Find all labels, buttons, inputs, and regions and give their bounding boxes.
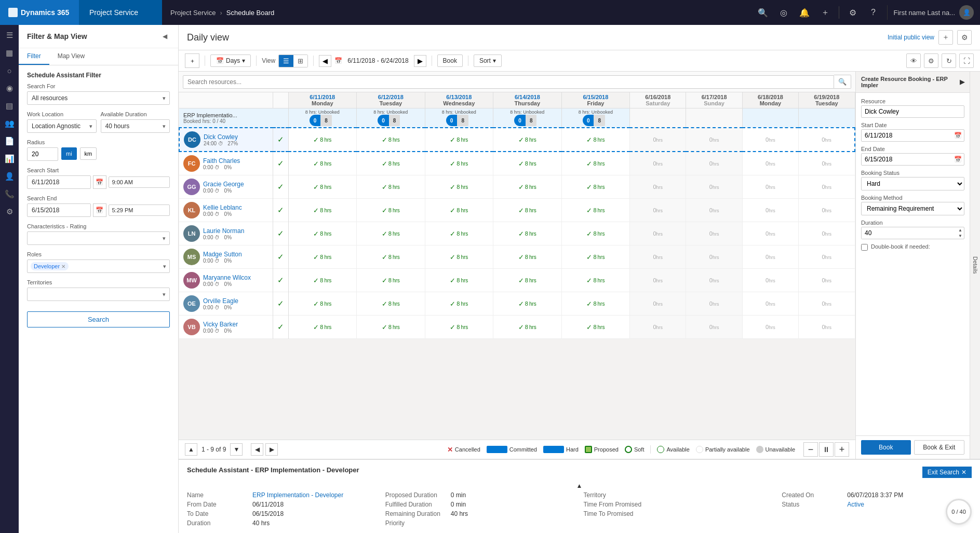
- resource-info[interactable]: GG Gracie George 0:00 ⏱ 0%: [179, 175, 273, 199]
- sidebar-person-icon[interactable]: 👤: [1, 168, 18, 185]
- user-name: First name Last na...: [894, 9, 956, 17]
- user-avatar[interactable]: 👤: [959, 5, 974, 20]
- roles-dropdown-arrow[interactable]: ▾: [163, 263, 166, 270]
- name-value[interactable]: ERP Implementation - Developer: [252, 491, 343, 499]
- resource-info[interactable]: FC Faith Charles 0:00 ⏱ 0%: [179, 152, 273, 175]
- resource-info[interactable]: VB Vicky Barker 0:00 ⏱ 0%: [179, 316, 273, 339]
- bottom-expand-arrow[interactable]: ▲: [187, 482, 972, 489]
- pause-button[interactable]: ⏸: [819, 442, 834, 457]
- duration-down-icon[interactable]: ▼: [957, 233, 964, 239]
- booking-panel-arrow[interactable]: ▶: [960, 78, 964, 86]
- filter-panel-collapse[interactable]: ◀: [159, 31, 170, 42]
- work-location-select[interactable]: Location Agnostic: [27, 119, 97, 133]
- characteristics-select[interactable]: [27, 231, 170, 245]
- search-button[interactable]: Search: [27, 311, 170, 327]
- search-start-cal-icon[interactable]: 📅: [93, 175, 106, 189]
- sidebar-people-icon[interactable]: 👥: [1, 115, 18, 132]
- page-next-button[interactable]: ▶: [265, 443, 278, 456]
- tab-filter[interactable]: Filter: [19, 48, 49, 65]
- search-end-time[interactable]: 5:29 PM: [109, 204, 170, 216]
- sidebar-dashboard-icon[interactable]: ▦: [1, 45, 18, 61]
- search-icon[interactable]: 🔍: [754, 3, 772, 22]
- eye-icon-button[interactable]: 👁: [906, 53, 921, 68]
- collapse-all-button[interactable]: ▼: [230, 443, 243, 456]
- view-settings-button[interactable]: ⚙: [957, 30, 972, 45]
- sort-button[interactable]: Sort ▾: [474, 54, 502, 67]
- sidebar-doc-icon[interactable]: 📄: [1, 133, 18, 149]
- brand-logo[interactable]: Dynamics 365: [0, 0, 79, 25]
- book-button[interactable]: Book: [437, 54, 463, 67]
- target-icon[interactable]: ◎: [774, 3, 793, 22]
- roles-tag-remove[interactable]: ✕: [61, 264, 65, 269]
- user-area[interactable]: First name Last na... 👤: [887, 5, 981, 20]
- end-date-input[interactable]: [862, 154, 952, 165]
- initial-public-view[interactable]: Initial public view: [888, 34, 934, 41]
- breadcrumb-app[interactable]: Project Service: [170, 9, 216, 17]
- sidebar-chart-icon[interactable]: 📊: [1, 151, 18, 167]
- resource-info[interactable]: OE Orville Eagle 0:00 ⏱ 0%: [179, 292, 273, 316]
- book-confirm-button[interactable]: Book: [861, 440, 911, 455]
- calendar-icon-2[interactable]: 📅: [334, 57, 342, 64]
- add-view-button[interactable]: ＋: [938, 30, 953, 45]
- exit-search-button[interactable]: Exit Search ✕: [922, 467, 972, 478]
- resource-info[interactable]: MW Maryanne Wilcox 0:00 ⏱ 0%: [179, 269, 273, 292]
- days-button[interactable]: 📅 Days ▾: [210, 54, 251, 67]
- search-end-cal-icon[interactable]: 📅: [93, 203, 106, 217]
- sidebar-settings-icon[interactable]: ⚙: [1, 203, 18, 220]
- sidebar-menu-icon[interactable]: ☰: [1, 27, 18, 44]
- sidebar-clock-icon[interactable]: ○: [1, 62, 18, 79]
- app-name[interactable]: Project Service: [79, 0, 162, 25]
- day-cell-1: ✓8hrs: [357, 292, 425, 316]
- resource-info[interactable]: MS Madge Sutton 0:00 ⏱ 0%: [179, 245, 273, 269]
- date-prev-button[interactable]: ◀: [319, 55, 331, 67]
- grid-view-button[interactable]: ⊞: [293, 55, 307, 67]
- resource-info[interactable]: LN Laurie Norman 0:00 ⏱ 0%: [179, 222, 273, 245]
- plus-icon[interactable]: ＋: [816, 3, 835, 22]
- start-date-input[interactable]: [862, 130, 952, 141]
- add-row-button[interactable]: ＋: [185, 53, 199, 68]
- search-resources-input[interactable]: [183, 75, 834, 89]
- tab-map[interactable]: Map View: [49, 48, 93, 65]
- booking-method-select[interactable]: Remaining Requirement Full Requirement: [861, 202, 964, 215]
- sidebar-globe-icon[interactable]: ◉: [1, 80, 18, 97]
- km-button[interactable]: km: [80, 147, 97, 160]
- zoom-out-button[interactable]: −: [803, 442, 818, 457]
- booking-method-label: Booking Method: [861, 195, 964, 201]
- expand-icon-button[interactable]: ⛶: [959, 53, 974, 68]
- zoom-in-button[interactable]: +: [835, 442, 849, 457]
- duration-input[interactable]: [862, 227, 957, 239]
- search-end-date[interactable]: [27, 203, 91, 217]
- status-value[interactable]: Active: [847, 501, 864, 508]
- resource-info[interactable]: KL Kellie Leblanc 0:00 ⏱ 0%: [179, 199, 273, 222]
- end-date-cal-icon[interactable]: 📅: [952, 154, 964, 165]
- radius-input[interactable]: [27, 147, 58, 161]
- gear-icon[interactable]: ⚙: [843, 3, 862, 22]
- search-start-date[interactable]: [27, 175, 91, 189]
- book-exit-button[interactable]: Book & Exit: [914, 440, 965, 455]
- page-prev-button[interactable]: ◀: [251, 443, 263, 456]
- start-date-cal-icon[interactable]: 📅: [952, 130, 964, 141]
- help-icon[interactable]: ?: [864, 3, 883, 22]
- double-book-checkbox[interactable]: [861, 244, 868, 251]
- available-duration-select[interactable]: 40 hours: [101, 119, 170, 133]
- search-resources-button[interactable]: 🔍: [834, 75, 851, 89]
- refresh-icon-button[interactable]: ↻: [942, 53, 956, 68]
- duration-up-icon[interactable]: ▲: [957, 227, 964, 233]
- territories-select[interactable]: [27, 288, 170, 301]
- details-toggle-panel[interactable]: Details: [970, 72, 980, 459]
- sidebar-calendar-icon[interactable]: ▤: [1, 98, 18, 114]
- expand-all-button[interactable]: ▲: [185, 443, 197, 456]
- mi-button[interactable]: mi: [61, 147, 77, 160]
- booking-status-select[interactable]: Hard Soft: [861, 177, 964, 190]
- resource-info[interactable]: DC Dick Cowley 24:00 ⏱ 27%: [179, 128, 273, 152]
- search-start-time[interactable]: 9:00 AM: [109, 176, 170, 188]
- settings-icon-button[interactable]: ⚙: [924, 53, 938, 68]
- erp-day-6: [686, 108, 742, 128]
- sidebar-phone-icon[interactable]: 📞: [1, 186, 18, 202]
- list-view-button[interactable]: ☰: [279, 55, 293, 67]
- bell-icon[interactable]: 🔔: [795, 3, 814, 22]
- day-cell-0: ✓8hrs: [288, 245, 357, 269]
- search-for-select[interactable]: All resources: [27, 91, 170, 105]
- date-next-button[interactable]: ▶: [414, 55, 426, 67]
- resource-input[interactable]: [861, 105, 964, 118]
